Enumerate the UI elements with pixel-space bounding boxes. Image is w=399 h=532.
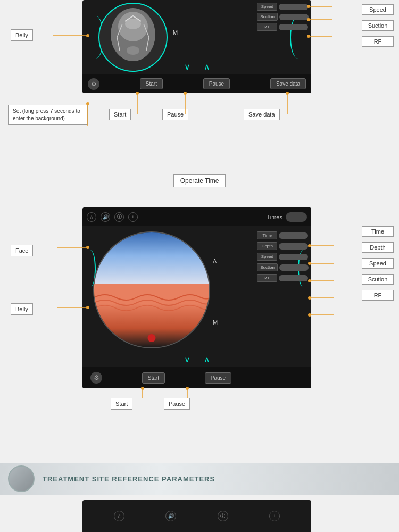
times-toggle-bottom[interactable] — [286, 212, 307, 222]
suction-btn-top[interactable]: Suction — [257, 13, 278, 21]
viz-top-half — [94, 232, 209, 290]
m-label-top: M — [173, 29, 178, 36]
speed-row-bottom: Speed — [257, 253, 309, 261]
start-annotation-bottom: Start — [111, 398, 132, 410]
rf-annotation-bottom: RF — [362, 290, 394, 301]
pause-annotation-bottom: Pause — [164, 398, 190, 410]
speed-btn-bottom[interactable]: Speed — [257, 253, 277, 261]
info-icon-bottom[interactable]: ⓘ — [114, 212, 124, 222]
start-btn-bottom[interactable]: Start — [142, 372, 165, 384]
bottom-bar-top: ⚙ Start Pause Save data — [82, 74, 311, 93]
rf-row-bottom: R F — [257, 274, 309, 282]
depth-row-bottom: Depth — [257, 242, 309, 250]
a-label-bottom: A — [213, 258, 217, 264]
chevron-up-bottom[interactable]: ∧ — [204, 354, 210, 364]
svg-point-36 — [125, 19, 141, 29]
pause-annotation-top: Pause — [162, 109, 188, 120]
rf-annotation-top: RF — [362, 36, 394, 47]
face-annotation-bottom: Face — [11, 245, 33, 256]
time-slider-bottom[interactable] — [279, 232, 308, 239]
treatment-banner-text: TREATMENT SITE REFERENCE PARAMETERS — [43, 475, 215, 483]
speed-btn-top[interactable]: Speed — [257, 3, 277, 11]
time-row-bottom: Time — [257, 231, 309, 239]
depth-annotation-bottom: Depth — [362, 242, 394, 253]
depth-slider-bottom[interactable] — [279, 243, 308, 250]
start-btn-top[interactable]: Start — [140, 78, 163, 89]
treatment-banner: TREATMENT SITE REFERENCE PARAMETERS — [0, 463, 399, 495]
save-annotation-top: Save data — [244, 109, 280, 120]
save-box-top: Save data — [244, 109, 280, 120]
controls-right-top: Speed Suction R F — [257, 3, 309, 31]
belly-box-top: Belly — [11, 29, 33, 41]
preview-icon-4[interactable]: + — [269, 511, 280, 521]
chevron-down-bottom[interactable]: ∨ — [184, 354, 190, 364]
plus-icon-bottom[interactable]: + — [128, 212, 138, 222]
bottom-device-section: ☆ 🔊 ⓘ + Times A M — [0, 197, 399, 442]
set-annotation-top: Set (long press 7 seconds to enter the b… — [8, 105, 88, 125]
times-row-bottom: Times — [267, 212, 307, 222]
save-btn-top[interactable]: Save data — [270, 78, 306, 89]
icon-row-bottom: ☆ 🔊 ⓘ + — [87, 212, 138, 222]
device-screen-top: M Speed Suction R F ∨ ∧ ⚙ Start Pa — [82, 0, 311, 93]
preview-icon-3[interactable]: ⓘ — [218, 511, 228, 521]
pause-btn-top[interactable]: Pause — [203, 78, 230, 89]
scution-right-box: Scution — [362, 274, 394, 285]
top-section: M Speed Suction R F ∨ ∧ ⚙ Start Pa — [0, 0, 399, 154]
preview-icon-1[interactable]: ☆ — [114, 511, 124, 521]
suction-annotation-top: Suction — [362, 20, 394, 31]
m-label-bottom: M — [213, 319, 218, 326]
start-box-top: Start — [109, 109, 131, 120]
gear-icon-bottom[interactable]: ⚙ — [90, 372, 102, 384]
belly-box-bottom: Belly — [11, 303, 33, 315]
time-btn-bottom[interactable]: Time — [257, 231, 277, 239]
pause-btn-bottom[interactable]: Pause — [205, 372, 231, 384]
suction-btn-bottom[interactable]: Suction — [257, 263, 278, 271]
speed-slider-bottom[interactable] — [279, 254, 308, 260]
start-annotation-top: Start — [109, 109, 131, 120]
rf-right-box-top: RF — [362, 36, 394, 47]
chevron-down-top[interactable]: ∨ — [184, 62, 190, 72]
speed-annotation-top: Speed — [362, 4, 394, 15]
rf-btn-top[interactable]: R F — [257, 23, 277, 31]
belly-annotation-bottom: Belly — [11, 303, 33, 315]
speed-annotation-bottom: Speed — [362, 258, 394, 269]
pause-box-top: Pause — [162, 109, 188, 120]
chevrons-top: ∨ ∧ — [184, 62, 210, 72]
middle-divider: Operate Time — [0, 170, 399, 192]
scution-annotation-bottom: Scution — [362, 274, 394, 285]
face-circle-top — [98, 3, 168, 72]
star-icon-bottom[interactable]: ☆ — [87, 212, 96, 222]
rf-right-box: RF — [362, 290, 394, 301]
start-box-bottom: Start — [111, 398, 132, 410]
banner-circle — [8, 466, 35, 492]
wavy-svg — [94, 289, 210, 321]
device-screen-bottom: ☆ 🔊 ⓘ + Times A M — [82, 207, 311, 388]
belly-annotation-top: Belly — [11, 29, 33, 41]
bottom-preview: ☆ 🔊 ⓘ + — [82, 500, 311, 532]
rf-btn-bottom[interactable]: R F — [257, 274, 277, 282]
rf-row-top: R F — [257, 23, 309, 31]
rf-slider-top[interactable] — [279, 24, 308, 30]
controls-right-bottom: Time Depth Speed Suction R F — [257, 231, 309, 282]
operate-time-label: Operate Time — [173, 174, 226, 187]
face-svg — [106, 8, 160, 66]
times-label-bottom: Times — [267, 214, 282, 220]
speed-right-box: Speed — [362, 258, 394, 269]
suction-slider-bottom[interactable] — [279, 264, 309, 271]
speed-row-top: Speed — [257, 3, 309, 11]
top-bar-bottom: ☆ 🔊 ⓘ + Times — [82, 207, 311, 226]
speed-slider-top[interactable] — [279, 4, 308, 10]
gear-icon-top[interactable]: ⚙ — [88, 78, 99, 90]
viz-red-dot — [148, 334, 156, 342]
speaker-icon-bottom[interactable]: 🔊 — [101, 212, 110, 222]
suction-row-bottom: Suction — [257, 263, 309, 271]
rf-slider-bottom[interactable] — [279, 275, 308, 281]
chevrons-bottom: ∨ ∧ — [184, 354, 210, 364]
chevron-up-top[interactable]: ∧ — [204, 62, 210, 72]
viz-circle-bottom — [93, 231, 210, 348]
depth-btn-bottom[interactable]: Depth — [257, 242, 277, 250]
time-right-box: Time — [362, 226, 394, 237]
suction-slider-top[interactable] — [279, 14, 309, 20]
set-box-top: Set (long press 7 seconds to enter the b… — [8, 105, 88, 125]
preview-icon-2[interactable]: 🔊 — [165, 511, 176, 521]
